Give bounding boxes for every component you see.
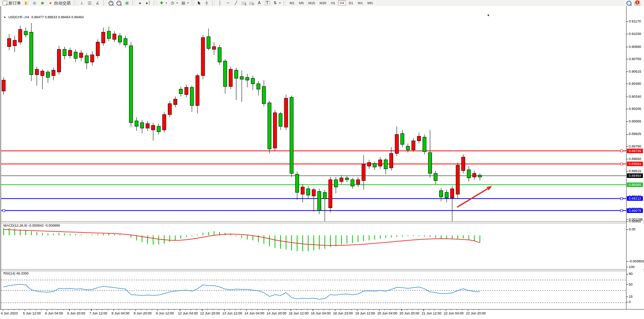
candlestick-button[interactable]: ◫ [86,0,94,6]
text-button[interactable]: A [255,0,263,6]
candle [118,36,122,42]
line-handle[interactable] [620,150,623,152]
line-handle[interactable] [620,197,623,200]
line-chart-button[interactable]: ∠ [94,0,102,6]
time-label: 21 Jun 12:00 [422,311,442,315]
zoom-out-button[interactable]: − [115,0,123,6]
search-icon[interactable] [626,1,631,6]
candle [179,89,183,94]
time-minor-tick [108,309,108,310]
templates-button[interactable]: ▤▾ [179,0,190,6]
time-minor-tick [58,309,58,310]
timeframe-button-m15[interactable]: M15 [306,0,317,6]
candle [8,38,11,46]
zoom-out-icon: − [116,1,121,6]
time-minor-tick [429,309,429,310]
time-label: 9 Jun 12:00 [156,311,174,315]
timeframe-button-h1[interactable]: H1 [329,0,337,6]
styler-button[interactable]: ◧ [22,0,30,6]
timeframe-button-m5[interactable]: M5 [297,0,306,6]
timeframe-button-h4[interactable]: H4 [338,0,346,6]
vertical-line-button[interactable]: │ [216,0,224,6]
candle [362,164,365,181]
new-order-button[interactable]: + 新订单 [1,0,22,6]
horizontal-line-button[interactable]: ─ [224,0,232,6]
trendline-button[interactable]: ╱ [232,0,240,6]
arrows-button[interactable]: ⇅▾ [271,0,282,6]
time-label: 18 Jun 23:00 [333,311,353,315]
tile-windows-button[interactable]: ▦ [123,0,131,6]
line-handle[interactable] [620,209,623,212]
periods-button[interactable]: ◷▾ [169,0,180,6]
cursor-button[interactable] [196,0,203,6]
fibonacci-icon: F [249,1,254,5]
auto-trading-button[interactable]: ● 自动交易 [46,0,72,6]
rsi-pane[interactable] [1,271,627,309]
candle [323,192,327,199]
time-minor-tick [418,309,418,310]
candle [113,34,116,39]
chart-shift-button[interactable]: ▸┆ [144,0,152,6]
candle [401,133,404,144]
macd-pane[interactable] [1,223,627,269]
toolbar-grip [74,1,76,5]
candle [96,42,99,56]
time-minor-tick [340,309,341,310]
time-minor-tick [124,309,125,310]
time-minor-tick [285,309,285,310]
timeframe-button-w1[interactable]: W1 [356,0,365,6]
timeframe-button-d1[interactable]: D1 [347,0,355,6]
candle [140,123,144,128]
crosshair-button[interactable]: ┼ [203,0,211,6]
timeframe-button-m1[interactable]: M1 [288,0,296,6]
candle [478,175,481,177]
tick-dash [626,219,628,220]
equidistant-channel-button[interactable]: E [240,0,248,6]
timeframe-button-mn[interactable]: MN [365,0,375,6]
price-axis[interactable]: 0.911700.910300.908900.907550.906150.904… [626,6,643,309]
bar-chart-button[interactable]: ⊥ [78,0,86,6]
candle [229,69,233,86]
indicators-button[interactable]: ✚▾ [158,0,169,6]
time-minor-tick [152,309,152,310]
rsi-line [4,284,480,299]
market-watch-button[interactable]: ◍ [30,0,38,6]
chat-icon[interactable]: 1 [634,1,640,6]
cursor-icon [197,1,201,5]
trend-arrow-annotation[interactable] [457,189,488,207]
tick-dash [626,109,628,109]
zoom-in-button[interactable]: + [107,0,115,6]
timeframe-button-m30[interactable]: M30 [318,0,328,6]
channel-icon: E [242,1,246,5]
time-minor-tick [147,309,147,310]
time-axis[interactable]: 4 Jun 20235 Jun 12:006 Jun 04:006 Jun 20… [0,309,644,319]
template-icon: ◧ [24,1,29,5]
chart-menu-arrow-icon[interactable]: ▼ [487,14,490,17]
time-major-tick [3,309,3,311]
time-minor-tick [174,309,175,310]
price-pane[interactable] [1,8,627,222]
current-price-badge: 0.89464 [627,173,643,178]
time-minor-tick [368,309,368,310]
text-label-button[interactable]: T [263,0,271,6]
time-major-tick [113,309,114,311]
candle [456,165,459,194]
auto-scroll-button[interactable]: ▸ [136,0,144,6]
tick-dash [626,274,628,275]
line-handle[interactable] [3,209,5,212]
candle [395,135,399,154]
tick-dash [626,134,628,135]
signals-button[interactable]: ◉ [38,0,46,6]
tick-dash [626,297,628,297]
trend-arrow-head[interactable] [486,186,492,190]
line-handle[interactable] [620,163,623,165]
tick-dash [626,302,628,302]
time-label: 15 Jun 12:00 [289,311,309,315]
fibonacci-button[interactable]: F [248,0,255,6]
time-major-tick [313,309,313,311]
symbol-dropdown-icon[interactable]: ▼ [3,16,6,19]
time-label: 22 Jun 20:00 [466,311,486,315]
time-minor-tick [390,309,391,310]
tick-dash [626,84,628,84]
time-minor-tick [351,309,352,310]
